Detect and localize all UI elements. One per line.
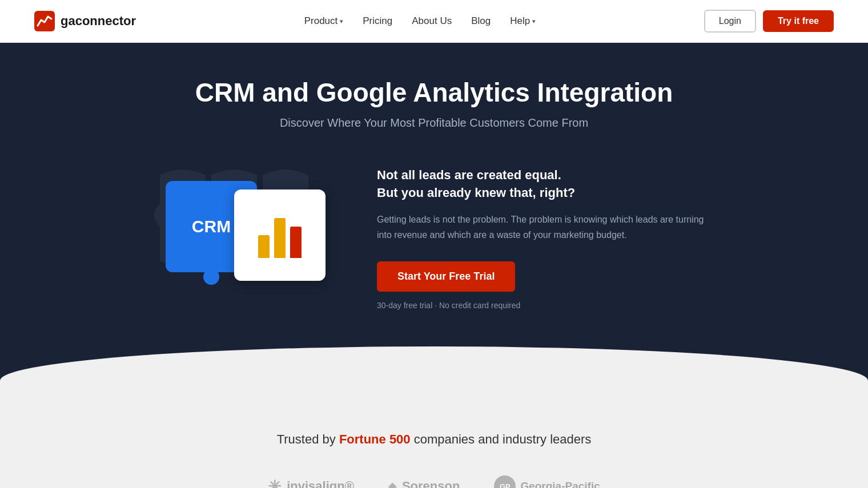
hero-text-content: Not all leads are created equal. But you… [377,167,720,310]
logo-georgia-pacific: GP Georgia-Pacific [494,475,600,488]
start-trial-button[interactable]: Start Your Free Trial [377,261,515,292]
analytics-bars [258,212,302,258]
bar-1 [258,235,270,258]
logos-grid: invisalign® Sorenson GP Georgia-Pacific [34,475,834,488]
hero-title: CRM and Google Analytics Integration [34,77,834,108]
login-button[interactable]: Login [704,10,756,33]
nav-about[interactable]: About Us [404,11,460,31]
try-free-button[interactable]: Try it free [763,10,834,32]
nav-pricing[interactable]: Pricing [355,11,400,31]
navbar: gaconnector Product ▾ Pricing About Us B… [0,0,868,43]
nav-product[interactable]: Product ▾ [296,11,352,31]
hero-tagline: Not all leads are created equal. But you… [377,167,720,202]
hero-section: CRM and Google Analytics Integration Dis… [0,43,868,386]
trusted-section: Trusted by Fortune 500 companies and ind… [0,386,868,488]
logo-icon [34,11,55,31]
logo-link[interactable]: gaconnector [34,11,136,31]
chevron-down-icon: ▾ [532,18,536,25]
hero-illustration: CRM [148,158,331,318]
trial-note: 30-day free trial · No credit card requi… [377,301,720,310]
hero-description: Getting leads is not the problem. The pr… [377,212,720,243]
logo-text: gaconnector [61,14,136,29]
bar-2 [274,218,286,258]
nav-links: Product ▾ Pricing About Us Blog Help ▾ [296,11,544,31]
nav-blog[interactable]: Blog [463,11,499,31]
trusted-title: Trusted by Fortune 500 companies and ind… [34,432,834,447]
puzzle-illustration: CRM [148,158,320,306]
nav-actions: Login Try it free [704,10,834,33]
hero-content: CRM Not all leads are created equal. But… [148,158,720,318]
analytics-piece [234,189,326,281]
bar-3 [290,227,302,258]
gp-badge: GP [494,475,516,488]
logo-sorenson: Sorenson [388,479,460,488]
hero-subtitle: Discover Where Your Most Profitable Cust… [34,116,834,130]
nav-help[interactable]: Help ▾ [502,11,544,31]
logo-invisalign: invisalign® [268,477,354,488]
chevron-down-icon: ▾ [340,18,343,25]
